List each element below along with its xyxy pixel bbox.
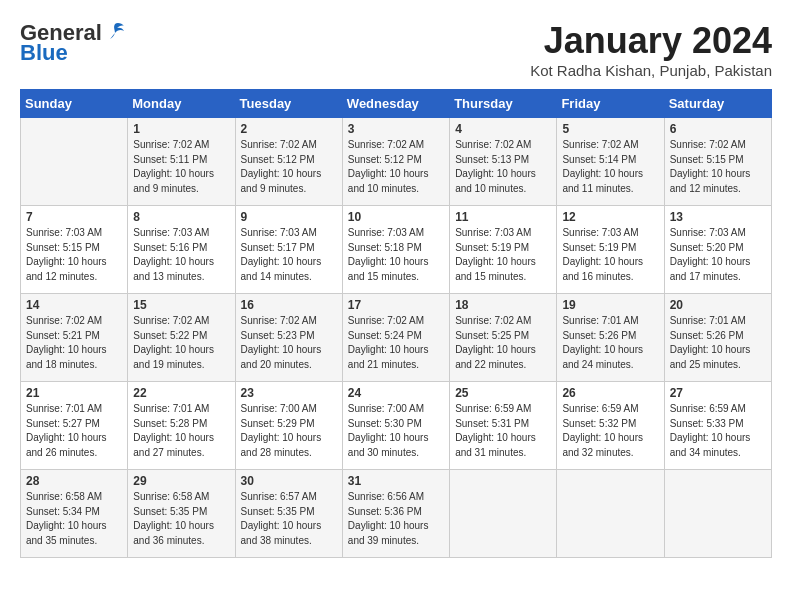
- day-number: 8: [133, 210, 229, 224]
- day-info: Sunrise: 6:58 AMSunset: 5:34 PMDaylight:…: [26, 490, 122, 548]
- title-block: January 2024 Kot Radha Kishan, Punjab, P…: [530, 20, 772, 79]
- day-number: 5: [562, 122, 658, 136]
- day-info: Sunrise: 7:01 AMSunset: 5:26 PMDaylight:…: [670, 314, 766, 372]
- calendar-cell: 1Sunrise: 7:02 AMSunset: 5:11 PMDaylight…: [128, 118, 235, 206]
- day-number: 11: [455, 210, 551, 224]
- calendar-cell: 2Sunrise: 7:02 AMSunset: 5:12 PMDaylight…: [235, 118, 342, 206]
- calendar-cell: 16Sunrise: 7:02 AMSunset: 5:23 PMDayligh…: [235, 294, 342, 382]
- calendar-table: SundayMondayTuesdayWednesdayThursdayFrid…: [20, 89, 772, 558]
- day-number: 13: [670, 210, 766, 224]
- day-number: 14: [26, 298, 122, 312]
- header-day-tuesday: Tuesday: [235, 90, 342, 118]
- header-day-wednesday: Wednesday: [342, 90, 449, 118]
- calendar-cell: 14Sunrise: 7:02 AMSunset: 5:21 PMDayligh…: [21, 294, 128, 382]
- day-number: 26: [562, 386, 658, 400]
- day-number: 25: [455, 386, 551, 400]
- calendar-cell: 3Sunrise: 7:02 AMSunset: 5:12 PMDaylight…: [342, 118, 449, 206]
- day-info: Sunrise: 7:01 AMSunset: 5:27 PMDaylight:…: [26, 402, 122, 460]
- logo: General Blue: [20, 20, 126, 66]
- day-number: 17: [348, 298, 444, 312]
- day-info: Sunrise: 6:58 AMSunset: 5:35 PMDaylight:…: [133, 490, 229, 548]
- calendar-week-4: 21Sunrise: 7:01 AMSunset: 5:27 PMDayligh…: [21, 382, 772, 470]
- day-info: Sunrise: 7:03 AMSunset: 5:16 PMDaylight:…: [133, 226, 229, 284]
- day-info: Sunrise: 7:02 AMSunset: 5:12 PMDaylight:…: [241, 138, 337, 196]
- day-info: Sunrise: 7:02 AMSunset: 5:12 PMDaylight:…: [348, 138, 444, 196]
- calendar-cell: 28Sunrise: 6:58 AMSunset: 5:34 PMDayligh…: [21, 470, 128, 558]
- header-day-monday: Monday: [128, 90, 235, 118]
- day-info: Sunrise: 7:02 AMSunset: 5:23 PMDaylight:…: [241, 314, 337, 372]
- day-number: 31: [348, 474, 444, 488]
- calendar-cell: 25Sunrise: 6:59 AMSunset: 5:31 PMDayligh…: [450, 382, 557, 470]
- calendar-cell: 4Sunrise: 7:02 AMSunset: 5:13 PMDaylight…: [450, 118, 557, 206]
- calendar-cell: 8Sunrise: 7:03 AMSunset: 5:16 PMDaylight…: [128, 206, 235, 294]
- day-number: 7: [26, 210, 122, 224]
- day-number: 20: [670, 298, 766, 312]
- day-info: Sunrise: 7:02 AMSunset: 5:15 PMDaylight:…: [670, 138, 766, 196]
- calendar-cell: [21, 118, 128, 206]
- calendar-cell: 17Sunrise: 7:02 AMSunset: 5:24 PMDayligh…: [342, 294, 449, 382]
- calendar-cell: 19Sunrise: 7:01 AMSunset: 5:26 PMDayligh…: [557, 294, 664, 382]
- day-info: Sunrise: 7:03 AMSunset: 5:15 PMDaylight:…: [26, 226, 122, 284]
- calendar-cell: 6Sunrise: 7:02 AMSunset: 5:15 PMDaylight…: [664, 118, 771, 206]
- header-day-friday: Friday: [557, 90, 664, 118]
- days-header-row: SundayMondayTuesdayWednesdayThursdayFrid…: [21, 90, 772, 118]
- header-day-saturday: Saturday: [664, 90, 771, 118]
- day-info: Sunrise: 7:00 AMSunset: 5:30 PMDaylight:…: [348, 402, 444, 460]
- calendar-cell: 12Sunrise: 7:03 AMSunset: 5:19 PMDayligh…: [557, 206, 664, 294]
- calendar-week-1: 1Sunrise: 7:02 AMSunset: 5:11 PMDaylight…: [21, 118, 772, 206]
- calendar-cell: [664, 470, 771, 558]
- day-number: 29: [133, 474, 229, 488]
- logo-blue-text: Blue: [20, 40, 68, 66]
- day-info: Sunrise: 7:01 AMSunset: 5:28 PMDaylight:…: [133, 402, 229, 460]
- calendar-cell: [450, 470, 557, 558]
- day-number: 10: [348, 210, 444, 224]
- day-number: 18: [455, 298, 551, 312]
- calendar-cell: 10Sunrise: 7:03 AMSunset: 5:18 PMDayligh…: [342, 206, 449, 294]
- day-info: Sunrise: 7:02 AMSunset: 5:24 PMDaylight:…: [348, 314, 444, 372]
- calendar-cell: 26Sunrise: 6:59 AMSunset: 5:32 PMDayligh…: [557, 382, 664, 470]
- day-number: 30: [241, 474, 337, 488]
- page-header: General Blue January 2024 Kot Radha Kish…: [20, 20, 772, 79]
- calendar-cell: 27Sunrise: 6:59 AMSunset: 5:33 PMDayligh…: [664, 382, 771, 470]
- calendar-cell: 30Sunrise: 6:57 AMSunset: 5:35 PMDayligh…: [235, 470, 342, 558]
- day-info: Sunrise: 6:59 AMSunset: 5:32 PMDaylight:…: [562, 402, 658, 460]
- calendar-cell: 7Sunrise: 7:03 AMSunset: 5:15 PMDaylight…: [21, 206, 128, 294]
- day-number: 22: [133, 386, 229, 400]
- day-info: Sunrise: 6:56 AMSunset: 5:36 PMDaylight:…: [348, 490, 444, 548]
- calendar-cell: 18Sunrise: 7:02 AMSunset: 5:25 PMDayligh…: [450, 294, 557, 382]
- calendar-cell: 9Sunrise: 7:03 AMSunset: 5:17 PMDaylight…: [235, 206, 342, 294]
- day-info: Sunrise: 7:02 AMSunset: 5:13 PMDaylight:…: [455, 138, 551, 196]
- day-info: Sunrise: 7:02 AMSunset: 5:25 PMDaylight:…: [455, 314, 551, 372]
- day-number: 19: [562, 298, 658, 312]
- day-number: 6: [670, 122, 766, 136]
- header-day-sunday: Sunday: [21, 90, 128, 118]
- calendar-cell: 23Sunrise: 7:00 AMSunset: 5:29 PMDayligh…: [235, 382, 342, 470]
- calendar-cell: 15Sunrise: 7:02 AMSunset: 5:22 PMDayligh…: [128, 294, 235, 382]
- calendar-cell: 13Sunrise: 7:03 AMSunset: 5:20 PMDayligh…: [664, 206, 771, 294]
- day-info: Sunrise: 7:03 AMSunset: 5:19 PMDaylight:…: [562, 226, 658, 284]
- day-number: 27: [670, 386, 766, 400]
- day-info: Sunrise: 7:02 AMSunset: 5:21 PMDaylight:…: [26, 314, 122, 372]
- day-info: Sunrise: 7:02 AMSunset: 5:14 PMDaylight:…: [562, 138, 658, 196]
- day-info: Sunrise: 7:02 AMSunset: 5:22 PMDaylight:…: [133, 314, 229, 372]
- day-info: Sunrise: 6:57 AMSunset: 5:35 PMDaylight:…: [241, 490, 337, 548]
- calendar-cell: 20Sunrise: 7:01 AMSunset: 5:26 PMDayligh…: [664, 294, 771, 382]
- day-info: Sunrise: 7:03 AMSunset: 5:18 PMDaylight:…: [348, 226, 444, 284]
- calendar-week-3: 14Sunrise: 7:02 AMSunset: 5:21 PMDayligh…: [21, 294, 772, 382]
- logo-bird-icon: [104, 20, 126, 42]
- day-number: 24: [348, 386, 444, 400]
- calendar-week-5: 28Sunrise: 6:58 AMSunset: 5:34 PMDayligh…: [21, 470, 772, 558]
- day-number: 3: [348, 122, 444, 136]
- day-number: 15: [133, 298, 229, 312]
- calendar-cell: 24Sunrise: 7:00 AMSunset: 5:30 PMDayligh…: [342, 382, 449, 470]
- day-number: 23: [241, 386, 337, 400]
- calendar-cell: 31Sunrise: 6:56 AMSunset: 5:36 PMDayligh…: [342, 470, 449, 558]
- day-number: 9: [241, 210, 337, 224]
- calendar-cell: 29Sunrise: 6:58 AMSunset: 5:35 PMDayligh…: [128, 470, 235, 558]
- day-number: 28: [26, 474, 122, 488]
- calendar-cell: 22Sunrise: 7:01 AMSunset: 5:28 PMDayligh…: [128, 382, 235, 470]
- header-day-thursday: Thursday: [450, 90, 557, 118]
- day-info: Sunrise: 7:03 AMSunset: 5:19 PMDaylight:…: [455, 226, 551, 284]
- calendar-cell: 21Sunrise: 7:01 AMSunset: 5:27 PMDayligh…: [21, 382, 128, 470]
- day-number: 4: [455, 122, 551, 136]
